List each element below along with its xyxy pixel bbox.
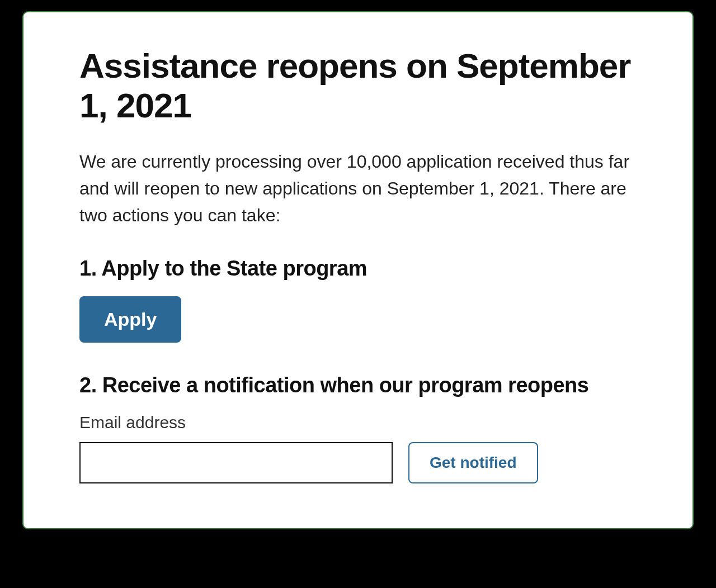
page-title: Assistance reopens on September 1, 2021 <box>79 46 637 126</box>
section-2-heading: 2. Receive a notification when our progr… <box>79 373 637 397</box>
email-label: Email address <box>79 413 637 432</box>
intro-paragraph: We are currently processing over 10,000 … <box>79 148 637 229</box>
get-notified-button[interactable]: Get notified <box>408 442 538 483</box>
section-1-heading: 1. Apply to the State program <box>79 257 637 281</box>
apply-button[interactable]: Apply <box>79 296 181 343</box>
email-field[interactable] <box>79 442 393 483</box>
email-row: Get notified <box>79 442 637 483</box>
notice-card: Assistance reopens on September 1, 2021 … <box>22 11 694 529</box>
